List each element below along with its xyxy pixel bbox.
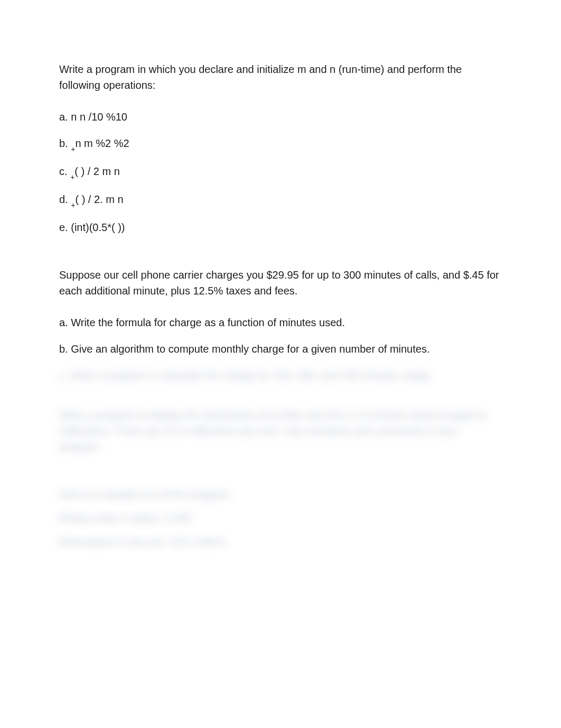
blur-line-1: c. Write a program to calculate the char… [59,367,503,383]
q2-item-b-text: b. Give an algorithm to compute monthly … [59,343,429,355]
q1-item-d-post: ( ) / 2. m n [75,193,123,205]
q1-prompt: Write a program in which you declare and… [59,61,503,93]
q1-item-b-sub: + [71,145,75,153]
q2-prompt: Suppose our cell phone carrier charges y… [59,267,503,299]
blur-gap-b [59,463,503,486]
q1-item-e: e. (int)(0.5*( )) [59,219,503,235]
section-gap-1 [59,246,503,267]
q1-item-c: c. +( ) / 2 m n [59,163,503,181]
q1-item-d: d. +( ) / 2. m n [59,191,503,209]
q1-item-a-text: a. n n /10 %10 [59,111,127,123]
q2-item-a: a. Write the formula for charge as a fun… [59,315,503,330]
q2-item-a-text: a. Write the formula for charge as a fun… [59,317,345,328]
q1-prompt-text: Write a program in which you declare and… [59,63,462,91]
q2-item-b: b. Give an algorithm to compute monthly … [59,341,503,357]
q1-item-e-text: e. (int)(0.5*( )) [59,222,125,233]
q2-prompt-text: Suppose our cell phone carrier charges y… [59,269,499,297]
q1-item-d-sub: + [71,201,75,209]
q1-item-c-sub: + [70,173,74,181]
q1-item-c-post: ( ) / 2 m n [74,165,120,177]
q1-item-a: a. n n /10 %10 [59,109,503,125]
blur-line-3: Here is a sample run of the program: [59,486,503,502]
blur-line-2: Write a program to display the dimension… [59,407,503,455]
q1-item-b-pre: b. [59,137,71,149]
blurred-section: c. Write a program to calculate the char… [59,367,503,550]
blur-line-4: Please enter a radius: 3.353 [59,510,503,526]
q1-item-d-pre: d. [59,193,71,205]
q1-item-c-pre: c. [59,165,70,177]
blur-line-5: Dimensions in mm are: 470 x 620.0 [59,534,503,550]
q1-item-b: b. +n m %2 %2 [59,135,503,153]
blur-gap-a [59,391,503,407]
q1-item-b-post: n m %2 %2 [75,137,129,149]
